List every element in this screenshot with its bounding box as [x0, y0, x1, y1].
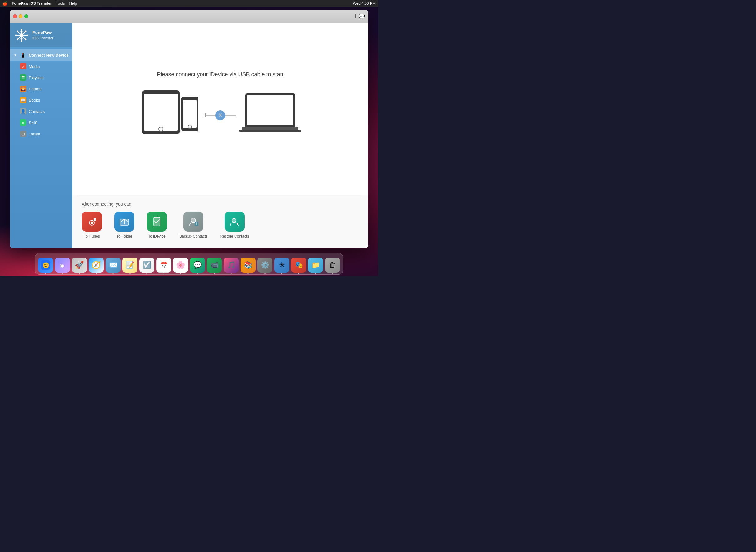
sidebar-item-photos[interactable]: 🌄 Photos: [10, 83, 72, 95]
itunes-label: To iTunes: [84, 234, 100, 239]
dock-calendar[interactable]: 📅: [156, 258, 171, 273]
disconnect-icon[interactable]: ✕: [215, 110, 225, 120]
books-label: Books: [29, 98, 40, 103]
dock: 😊 ◉ 🚀 🧭 ✉️ 📝 ☑️ 📅 🌸 💬 📹 🎵 📚 ⚙️ ✳ 🎭: [35, 253, 343, 275]
feature-backup-contacts[interactable]: Backup Contacts: [179, 212, 208, 239]
svg-point-11: [25, 31, 27, 32]
usb-cable: ✕: [205, 114, 236, 117]
photos-label: Photos: [29, 87, 41, 91]
minimize-button[interactable]: [19, 14, 22, 18]
expand-arrow: ▼: [14, 53, 17, 57]
folder-icon: [114, 212, 134, 232]
media-icon: ♪: [20, 63, 26, 70]
feature-folder[interactable]: To Folder: [114, 212, 134, 239]
devices-group: [142, 90, 198, 140]
photos-icon: 🌄: [20, 86, 26, 92]
contacts-label: Contacts: [29, 109, 45, 114]
svg-point-7: [15, 35, 17, 36]
svg-text:😊: 😊: [42, 262, 50, 269]
playlists-label: Playlists: [29, 75, 44, 80]
menubar-help[interactable]: Help: [69, 1, 77, 6]
books-icon: 📖: [20, 97, 26, 103]
svg-point-12: [17, 39, 18, 40]
dock-itunes[interactable]: 🎵: [224, 258, 239, 273]
feature-section: After connecting, you can: To iTunes: [72, 195, 368, 248]
apple-menu[interactable]: 🍎: [2, 1, 7, 6]
ipad-screen: [144, 94, 178, 131]
sms-label: SMS: [29, 120, 37, 125]
toolkit-icon: ⊞: [20, 131, 26, 137]
idevice-icon: [147, 212, 167, 232]
dock-app[interactable]: 🎭: [291, 258, 306, 273]
svg-point-21: [157, 225, 158, 226]
app-logo: [14, 27, 29, 43]
dock-mail[interactable]: ✉️: [106, 258, 121, 273]
svg-point-25: [232, 219, 236, 222]
maximize-button[interactable]: [24, 14, 28, 18]
toolkit-label: Toolkit: [29, 132, 40, 136]
connect-label: Connect New Device: [29, 53, 69, 57]
dock-folder[interactable]: 📁: [308, 258, 323, 273]
close-button[interactable]: [13, 14, 17, 18]
playlists-icon: ☰: [20, 75, 26, 81]
menubar-tools[interactable]: Tools: [56, 1, 65, 6]
svg-point-9: [17, 31, 18, 32]
sidebar-item-media[interactable]: ♪ Media: [10, 60, 72, 72]
feature-itunes[interactable]: To iTunes: [82, 212, 102, 239]
menubar-app-name[interactable]: FonePaw iOS Transfer: [12, 1, 51, 6]
facebook-icon[interactable]: f: [355, 13, 356, 19]
sidebar: FonePaw iOS Transfer ▼ 📱 Connect New Dev…: [10, 22, 72, 248]
svg-point-6: [21, 40, 22, 42]
connect-icon: 📱: [20, 52, 26, 58]
dock-syspref[interactable]: ⚙️: [257, 258, 272, 273]
svg-point-18: [90, 222, 93, 224]
dock-safari[interactable]: 🧭: [89, 258, 104, 273]
folder-label: To Folder: [117, 234, 132, 239]
dock-finder[interactable]: 😊: [38, 258, 53, 273]
chat-icon[interactable]: 💬: [359, 13, 365, 19]
sidebar-item-toolkit[interactable]: ⊞ Toolkit: [10, 128, 72, 139]
svg-point-10: [25, 39, 27, 40]
traffic-lights: [13, 14, 28, 18]
backup-contacts-icon: [183, 212, 203, 232]
sidebar-item-books[interactable]: 📖 Books: [10, 95, 72, 106]
sidebar-item-contacts[interactable]: 👤 Contacts: [10, 106, 72, 117]
dock-notes[interactable]: 📝: [123, 258, 138, 273]
feature-idevice[interactable]: To iDevice: [147, 212, 167, 239]
laptop-base: [242, 127, 298, 130]
iphone-device: [181, 97, 198, 131]
sidebar-item-connect[interactable]: ▼ 📱 Connect New Device: [10, 49, 72, 60]
app-content: FonePaw iOS Transfer ▼ 📱 Connect New Dev…: [10, 22, 368, 248]
media-label: Media: [29, 64, 40, 69]
svg-point-8: [27, 35, 28, 36]
ipad-device: [142, 90, 180, 134]
laptop-device: [242, 94, 298, 137]
app-name-line1: FonePaw: [32, 30, 53, 36]
iphone-screen: [183, 100, 197, 128]
dock-ibooks[interactable]: 📚: [240, 258, 255, 273]
dock-photos[interactable]: 🌸: [173, 258, 188, 273]
app-name-line2: iOS Transfer: [32, 36, 53, 41]
main-content: Please connect your iDevice via USB cabl…: [72, 22, 368, 248]
feature-restore-contacts[interactable]: Restore Contacts: [220, 212, 249, 239]
dock-facetime[interactable]: 📹: [207, 258, 222, 273]
sidebar-title: FonePaw iOS Transfer: [32, 30, 53, 41]
svg-text:◉: ◉: [60, 263, 64, 268]
restore-contacts-label: Restore Contacts: [220, 234, 249, 239]
laptop-display: [247, 95, 293, 125]
dock-reminders[interactable]: ☑️: [139, 258, 154, 273]
backup-contacts-label: Backup Contacts: [179, 234, 208, 239]
dock-launchpad[interactable]: 🚀: [72, 258, 87, 273]
dock-messages[interactable]: 💬: [190, 258, 205, 273]
contacts-icon: 👤: [20, 108, 26, 114]
laptop-screen: [245, 94, 295, 127]
dock-siri[interactable]: ◉: [55, 258, 70, 273]
dock-fonepaw[interactable]: ✳: [274, 258, 289, 273]
feature-intro: After connecting, you can:: [82, 201, 359, 206]
menubar-time: Wed 4:50 PM: [353, 1, 376, 6]
sidebar-item-sms[interactable]: ● SMS: [10, 117, 72, 128]
sidebar-item-playlists[interactable]: ☰ Playlists: [10, 72, 72, 83]
itunes-icon: [82, 212, 102, 232]
dock-trash[interactable]: 🗑: [325, 258, 340, 273]
sidebar-nav: ▼ 📱 Connect New Device ♪ Media ☰ Playlis…: [10, 47, 72, 248]
